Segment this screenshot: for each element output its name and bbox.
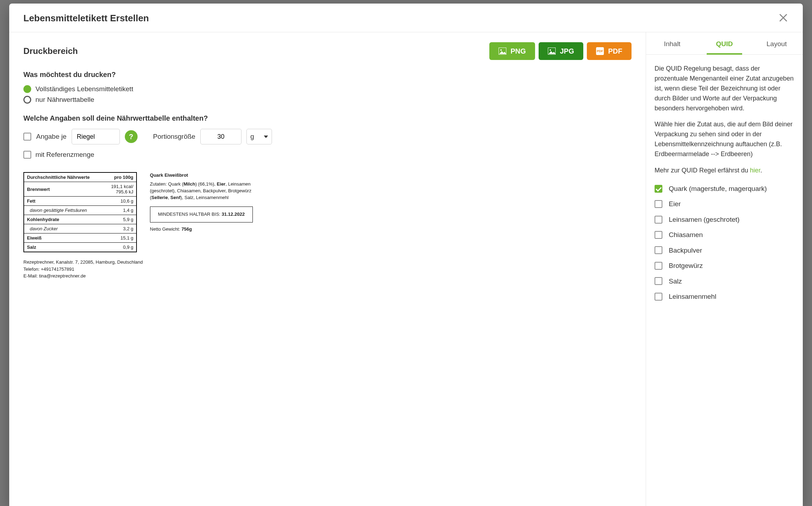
quid-item-label: Leinsamenmehl [669,291,716,302]
portion-size-input[interactable] [200,129,241,144]
quid-item-label: Brotgewürz [669,260,703,271]
ingredients-text: Zutaten: Quark (Milch) (66,1%), Eier, Le… [150,181,253,201]
net-weight-label: Netto Gewicht: [150,226,182,232]
modal: Lebensmitteletikett Erstellen Druckberei… [9,4,803,506]
nutri-label: Salz [24,243,104,252]
product-title: Quark Eiweißbrot [150,172,253,179]
quid-item: Brotgewürz [655,260,794,271]
checkbox-angabe-je[interactable] [23,133,31,141]
quid-item-label: Quark (magerstufe, magerquark) [669,183,767,194]
quid-item-label: Salz [669,276,682,286]
quid-item: Leinsamenmehl [655,291,794,302]
quid-checkbox[interactable] [655,200,662,208]
print-question: Was möchtest du drucken? [23,71,632,79]
nutri-label: Brennwert [24,182,104,197]
export-buttons: PNG JPG PDF PDF [489,42,632,60]
quid-item-label: Leinsamen (geschrotet) [669,214,740,225]
export-jpg-button[interactable]: JPG [539,42,583,60]
export-png-button[interactable]: PNG [489,42,535,60]
quid-checkbox[interactable] [655,185,662,193]
best-before-box: MINDESTENS HALTBAR BIS: 31.12.2022 [150,207,253,222]
quid-item-label: Eier [669,199,681,209]
best-before-label: MINDESTENS HALTBAR BIS: [158,211,222,217]
unit-name-input[interactable] [72,129,120,144]
section-title: Druckbereich [23,46,78,56]
quid-item-label: Backpulver [669,245,702,255]
svg-point-1 [500,49,502,51]
company-footer: Rezeptrechner, Kanalstr. 7, 22085, Hambu… [23,259,143,280]
export-pdf-button[interactable]: PDF PDF [587,42,632,60]
chevron-down-icon [264,136,268,138]
nutri-value: 5,9 g [104,215,137,224]
quid-desc-2: Wähle hier die Zutat aus, die auf dem Bi… [655,120,794,159]
quid-item: Salz [655,276,794,286]
nutri-label: Fett [24,197,104,206]
quid-item: Quark (magerstufe, magerquark) [655,183,794,194]
nutri-value: 0,9 g [104,243,137,252]
nutri-value: 15,1 g [104,233,137,243]
export-png-label: PNG [511,47,526,55]
quid-checkbox[interactable] [655,293,662,301]
quid-more: Mehr zur QUID Regel erfährst du hier. [655,166,794,176]
nutri-label: Kohlenhydrate [24,215,104,224]
print-radio-group: Vollständiges Lebensmitteletikett nur Nä… [23,85,632,104]
quid-checkbox[interactable] [655,277,662,285]
nutri-value: 191,1 kcal/795,6 kJ [104,182,137,197]
close-icon[interactable] [778,11,789,25]
nutri-header-left: Durchschnittliche Nährwerte [24,172,104,182]
radio-full-label[interactable] [23,85,31,93]
checkbox-referenzmenge[interactable] [23,151,31,159]
label-preview: Durchschnittliche Nährwertepro 100gBrenn… [23,172,632,280]
nutri-header-right: pro 100g [104,172,137,182]
nutrition-table: Durchschnittliche Nährwertepro 100gBrenn… [23,172,137,252]
quid-item: Backpulver [655,245,794,255]
modal-body: Druckbereich PNG JPG [9,32,803,506]
quid-item-label: Chiasamen [669,230,703,240]
contents-question: Welche Angaben soll deine Nährwerttabell… [23,114,632,122]
net-weight: Netto Gewicht: 756g [150,226,253,233]
export-jpg-label: JPG [560,47,574,55]
quid-checkbox[interactable] [655,262,662,270]
tab-quid[interactable]: QUID [698,32,750,54]
quid-checkbox[interactable] [655,231,662,239]
modal-title: Lebensmitteletikett Erstellen [23,13,149,24]
ingredients-block: Quark Eiweißbrot Zutaten: Quark (Milch) … [150,172,253,280]
export-pdf-label: PDF [608,47,622,55]
right-pane: Inhalt QUID Layout Die QUID Regelung bes… [646,32,803,506]
nutri-value: 3,2 g [104,224,137,233]
quid-more-link[interactable]: hier [750,167,760,174]
radio-full-label-text: Vollständiges Lebensmitteletikett [35,85,133,93]
quid-content: Die QUID Regelung besagt, dass der proze… [646,55,803,317]
footer-email: E-Mail: tina@rezeptrechner.de [23,273,143,280]
image-icon [548,48,556,55]
footer-address: Rezeptrechner, Kanalstr. 7, 22085, Hambu… [23,259,143,266]
nutri-label: davon Zucker [24,224,104,233]
tab-inhalt[interactable]: Inhalt [646,32,698,54]
pdf-icon: PDF [596,47,604,55]
unit-select[interactable]: g [246,129,272,144]
unit-select-value: g [250,133,254,141]
left-pane: Druckbereich PNG JPG [9,32,646,506]
quid-item: Leinsamen (geschrotet) [655,214,794,225]
quid-checkbox[interactable] [655,216,662,224]
radio-table-only[interactable] [23,96,31,104]
quid-item: Eier [655,199,794,209]
nutri-label: Eiweiß [24,233,104,243]
footer-phone: Telefon: +491741757891 [23,266,143,273]
quid-list: Quark (magerstufe, magerquark)EierLeinsa… [655,183,794,302]
quid-checkbox[interactable] [655,246,662,254]
help-icon[interactable]: ? [125,130,138,143]
image-icon [499,48,506,55]
tab-layout[interactable]: Layout [751,32,803,54]
quid-desc-1: Die QUID Regelung besagt, dass der proze… [655,64,794,113]
quid-item: Chiasamen [655,230,794,240]
portion-label: Portionsgröße [153,133,195,141]
nutri-value: 10,6 g [104,197,137,206]
modal-header: Lebensmitteletikett Erstellen [9,4,803,32]
svg-point-3 [550,49,551,51]
nutri-label: davon gesättigte Fettsäuren [24,206,104,215]
nutri-value: 1,4 g [104,206,137,215]
radio-table-only-text: nur Nährwerttabelle [35,96,94,104]
best-before-date: 31.12.2022 [222,211,245,217]
tabs: Inhalt QUID Layout [646,32,803,55]
